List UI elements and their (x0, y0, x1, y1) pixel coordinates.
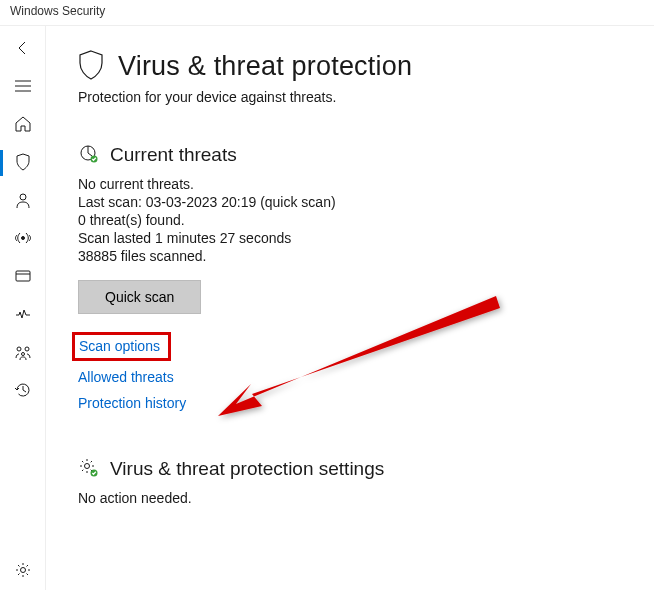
back-button[interactable] (0, 30, 46, 68)
threat-status: No current threats. (78, 176, 622, 192)
home-button[interactable] (0, 106, 46, 144)
history-icon (14, 381, 32, 402)
svg-point-9 (85, 464, 90, 469)
current-threats-section: Current threats No current threats. Last… (78, 143, 622, 411)
menu-icon (14, 79, 32, 96)
menu-button[interactable] (0, 68, 46, 106)
quick-scan-button[interactable]: Quick scan (78, 280, 201, 314)
settings-heading: Virus & threat protection settings (110, 458, 384, 480)
family-icon (14, 343, 32, 364)
page-title: Virus & threat protection (118, 51, 412, 82)
settings-button[interactable] (0, 552, 46, 590)
gear-icon (14, 561, 32, 582)
svg-point-5 (21, 352, 24, 355)
allowed-threats-link[interactable]: Allowed threats (78, 369, 622, 385)
protection-history-button[interactable] (0, 372, 46, 410)
virus-protection-button[interactable] (0, 144, 46, 182)
sidebar (0, 26, 46, 590)
svg-point-1 (21, 236, 24, 239)
firewall-button[interactable] (0, 220, 46, 258)
threat-status-icon (78, 143, 98, 166)
threats-found: 0 threat(s) found. (78, 212, 622, 228)
heart-icon (14, 305, 32, 326)
settings-status-icon (78, 457, 98, 480)
shield-icon (14, 153, 32, 174)
settings-section: Virus & threat protection settings No ac… (78, 457, 622, 506)
scan-duration: Scan lasted 1 minutes 27 seconds (78, 230, 622, 246)
page-subtitle: Protection for your device against threa… (78, 89, 622, 105)
svg-point-4 (25, 347, 29, 351)
device-security-button[interactable] (0, 296, 46, 334)
app-browser-button[interactable] (0, 258, 46, 296)
scan-options-link[interactable]: Scan options (72, 332, 171, 361)
family-options-button[interactable] (0, 334, 46, 372)
settings-status: No action needed. (78, 490, 622, 506)
page-header: Virus & threat protection (78, 50, 622, 83)
back-icon (15, 40, 31, 59)
signal-icon (14, 229, 32, 250)
home-icon (14, 115, 32, 136)
window-title: Windows Security (10, 4, 105, 18)
last-scan: Last scan: 03-03-2023 20:19 (quick scan) (78, 194, 622, 210)
account-protection-button[interactable] (0, 182, 46, 220)
current-threats-heading: Current threats (110, 144, 237, 166)
shield-icon (78, 50, 104, 83)
main-content: Virus & threat protection Protection for… (46, 26, 654, 590)
files-scanned: 38885 files scanned. (78, 248, 622, 264)
svg-point-6 (20, 567, 25, 572)
browser-icon (14, 267, 32, 288)
svg-point-0 (20, 194, 26, 200)
svg-point-3 (17, 347, 21, 351)
window-titlebar: Windows Security (0, 0, 654, 26)
svg-rect-2 (16, 271, 30, 281)
protection-history-link[interactable]: Protection history (78, 395, 622, 411)
person-icon (14, 191, 32, 212)
